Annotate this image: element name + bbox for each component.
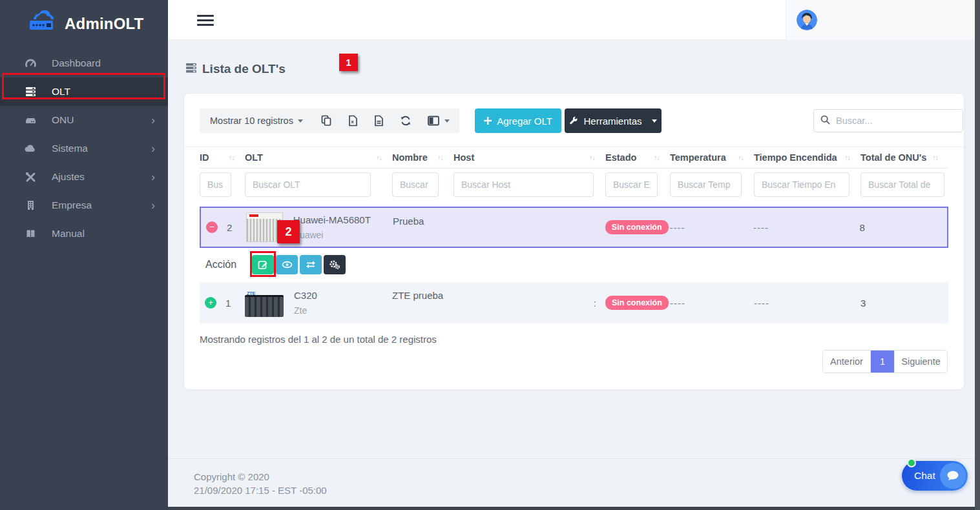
app-title: AdminOLT xyxy=(65,15,143,33)
pagination: Anterior 1 Siguiente xyxy=(822,350,948,373)
exchange-arrows-icon xyxy=(306,260,316,269)
filter-nombre-input[interactable] xyxy=(392,172,439,197)
svg-text:x: x xyxy=(351,119,354,125)
table-row-zte[interactable]: + 1 C320 Zte ZTE prueba : Sin conexión -… xyxy=(184,282,964,323)
row-total-onus: 8 xyxy=(859,222,947,233)
column-header-tiempo[interactable]: Tiempo Encendida↑↓ xyxy=(754,147,860,168)
olt-device-image xyxy=(245,295,284,317)
table-length-bar: Mostrar 10 registros x xyxy=(200,108,459,133)
sort-icon: ↑↓ xyxy=(932,154,938,161)
collapse-row-icon[interactable]: − xyxy=(206,221,218,233)
table-row-huawei[interactable]: − 2 Huawei-MA5680T Huawei Prueba Sin con… xyxy=(184,207,964,248)
hamburger-menu-icon[interactable] xyxy=(197,15,214,28)
column-header-estado[interactable]: Estado↑↓ xyxy=(605,147,670,168)
annotation-step-1: 1 xyxy=(339,54,358,71)
chevron-right-icon: › xyxy=(151,114,155,127)
copy-icon[interactable] xyxy=(321,115,332,127)
row-total-onus: 3 xyxy=(860,298,948,309)
vertical-scrollbar[interactable] xyxy=(975,0,980,510)
column-header-olt[interactable]: OLT↑↓ xyxy=(245,147,392,168)
sort-icon: ↑↓ xyxy=(844,154,850,161)
filter-id-input[interactable] xyxy=(200,172,231,197)
sort-icon: ↑↓ xyxy=(589,154,595,161)
gauge-icon xyxy=(23,57,37,69)
pagination-prev-button[interactable]: Anterior xyxy=(823,351,871,372)
chevron-right-icon: › xyxy=(151,142,155,156)
page-header: Lista de OLT's xyxy=(185,62,286,76)
column-header-host[interactable]: Host↑↓ xyxy=(454,147,605,168)
sidebar: AdminOLT Dashboard OLT ONU › Sistema xyxy=(0,0,168,510)
excel-export-icon[interactable]: x xyxy=(348,115,358,127)
device-icon xyxy=(23,114,37,126)
tools-icon xyxy=(23,171,37,183)
sidebar-item-empresa[interactable]: Empresa › xyxy=(0,191,168,219)
app-logo[interactable]: AdminOLT xyxy=(0,0,168,45)
row-host: : xyxy=(454,298,605,309)
show-entries-select[interactable]: Mostrar 10 registros xyxy=(210,116,293,126)
sidebar-item-sistema[interactable]: Sistema › xyxy=(0,134,168,163)
sidebar-item-ajustes[interactable]: Ajustes › xyxy=(0,163,168,191)
transfer-olt-button[interactable] xyxy=(300,255,322,274)
filter-total-input[interactable] xyxy=(860,172,944,197)
expand-row-icon[interactable]: + xyxy=(205,297,216,309)
online-status-dot xyxy=(907,458,916,467)
tools-dropdown-button[interactable]: Herramientas xyxy=(565,108,662,133)
row-id: 1 xyxy=(225,298,231,309)
sidebar-item-label: ONU xyxy=(52,114,74,126)
chevron-right-icon: › xyxy=(151,170,155,184)
action-row: Acción xyxy=(184,248,964,281)
topbar xyxy=(168,0,975,40)
filter-olt-input[interactable] xyxy=(245,172,371,197)
sidebar-item-label: Sistema xyxy=(52,143,88,154)
column-header-total-onus[interactable]: Total de ONU's↑↓ xyxy=(860,147,948,168)
horizontal-scrollbar[interactable] xyxy=(168,507,975,510)
edit-olt-button[interactable] xyxy=(252,255,274,274)
page-title: Lista de OLT's xyxy=(202,62,286,76)
main-content: 1 Lista de OLT's Mostrar 10 registros x xyxy=(168,0,975,510)
olt-name-stack: Huawei-MA5680T Huawei xyxy=(293,214,371,240)
server-icon xyxy=(185,63,197,76)
pagination-page-1[interactable]: 1 xyxy=(871,351,894,372)
chat-bubble-icon xyxy=(940,463,966,489)
settings-olt-button[interactable] xyxy=(324,255,346,274)
table-filter-row xyxy=(184,172,964,197)
sidebar-item-dashboard[interactable]: Dashboard xyxy=(0,49,168,77)
row-tiempo: ---- xyxy=(754,298,860,309)
wrench-icon xyxy=(569,116,578,125)
annotation-step-2: 2 xyxy=(277,220,300,243)
column-header-nombre[interactable]: Nombre↑↓ xyxy=(392,147,454,168)
caret-down-icon xyxy=(444,119,450,123)
column-header-temperatura[interactable]: Temperatura↑↓ xyxy=(670,147,754,168)
view-olt-button[interactable] xyxy=(276,255,298,274)
search-input[interactable] xyxy=(836,116,956,126)
building-icon xyxy=(23,199,37,211)
sidebar-item-label: Empresa xyxy=(52,199,92,211)
copyright-text: Copyright © 2020 xyxy=(194,470,975,484)
topbar-user-area xyxy=(786,0,975,40)
sidebar-item-label: OLT xyxy=(52,86,70,97)
gears-icon xyxy=(329,260,340,270)
filter-temperatura-input[interactable] xyxy=(670,172,742,197)
file-export-icon[interactable] xyxy=(374,115,384,127)
filter-tiempo-input[interactable] xyxy=(754,172,850,197)
sidebar-item-onu[interactable]: ONU › xyxy=(0,106,168,134)
column-header-id[interactable]: ID↑↓ xyxy=(200,147,245,168)
column-visibility-icon[interactable] xyxy=(428,116,450,126)
filter-estado-input[interactable] xyxy=(605,172,658,197)
filter-host-input[interactable] xyxy=(454,172,594,197)
eye-icon xyxy=(282,260,293,269)
refresh-icon[interactable] xyxy=(400,115,412,127)
sidebar-nav: Dashboard OLT ONU › Sistema › Aj xyxy=(0,49,168,248)
row-temperatura: ---- xyxy=(670,222,754,233)
add-olt-button[interactable]: Agregar OLT xyxy=(475,108,561,133)
sidebar-item-manual[interactable]: Manual xyxy=(0,219,168,248)
sidebar-item-olt[interactable]: OLT xyxy=(0,77,168,106)
user-avatar[interactable] xyxy=(797,10,817,30)
pagination-next-button[interactable]: Siguiente xyxy=(894,351,947,372)
plus-icon xyxy=(484,117,492,125)
row-tiempo: ---- xyxy=(753,222,859,233)
table-header: ID↑↓ OLT↑↓ Nombre↑↓ Host↑↓ Estado↑↓ Temp… xyxy=(184,147,964,168)
status-badge: Sin conexión xyxy=(605,220,669,234)
sort-icon: ↑↓ xyxy=(437,154,443,161)
chat-widget-button[interactable]: Chat xyxy=(902,461,968,491)
